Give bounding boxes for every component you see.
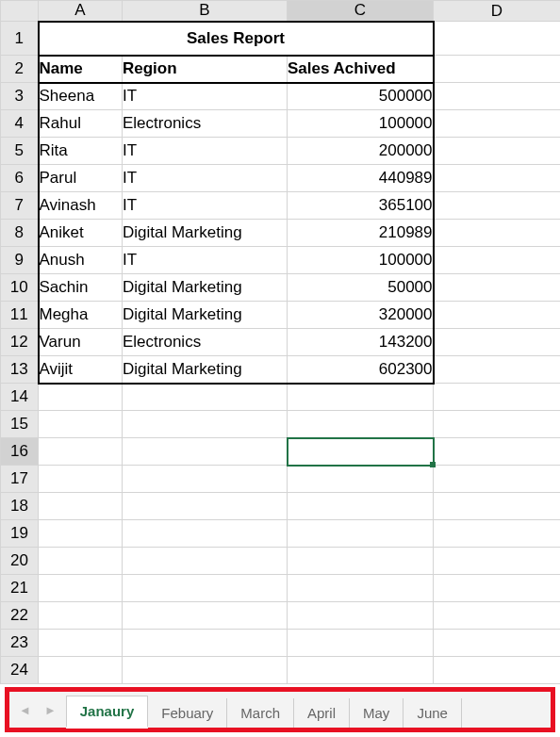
column-header-D[interactable]: D <box>434 1 561 22</box>
cell-name[interactable]: Parul <box>39 165 123 192</box>
row-header-14[interactable]: 14 <box>1 384 39 411</box>
row-header-24[interactable]: 24 <box>1 657 39 684</box>
report-title[interactable]: Sales Report <box>39 22 434 56</box>
row-header-20[interactable]: 20 <box>1 548 39 575</box>
cell-empty[interactable] <box>434 220 561 247</box>
row-header-12[interactable]: 12 <box>1 329 39 356</box>
sheet-tab-april[interactable]: April <box>294 698 350 728</box>
cell-region[interactable]: Electronics <box>123 110 288 138</box>
cell-empty[interactable] <box>39 384 123 411</box>
cell-empty[interactable] <box>123 602 288 630</box>
cell-empty[interactable] <box>288 466 434 493</box>
cell-sales[interactable]: 50000 <box>288 274 434 302</box>
row-header-3[interactable]: 3 <box>1 83 39 110</box>
cell-empty[interactable] <box>123 657 288 684</box>
cell-sales[interactable]: 365100 <box>288 192 434 220</box>
cell-empty[interactable] <box>123 630 288 657</box>
cell-region[interactable]: Digital Marketing <box>123 220 288 247</box>
cell-empty[interactable] <box>288 411 434 438</box>
select-all-corner[interactable] <box>1 1 39 22</box>
row-header-5[interactable]: 5 <box>1 138 39 165</box>
cell-empty[interactable] <box>39 520 123 548</box>
cell-empty[interactable] <box>434 356 561 384</box>
cell-sales[interactable]: 602300 <box>288 356 434 384</box>
cell-name[interactable]: Anush <box>39 247 123 274</box>
cell-empty[interactable] <box>434 329 561 356</box>
row-header-6[interactable]: 6 <box>1 165 39 192</box>
row-header-18[interactable]: 18 <box>1 493 39 520</box>
cell-empty[interactable] <box>434 384 561 411</box>
row-header-15[interactable]: 15 <box>1 411 39 438</box>
cell-empty[interactable] <box>39 466 123 493</box>
cell-name[interactable]: Sachin <box>39 274 123 302</box>
cell-sales[interactable]: 100000 <box>288 110 434 138</box>
cell-empty[interactable] <box>434 274 561 302</box>
cell-empty[interactable] <box>434 192 561 220</box>
sheet-tab-february[interactable]: Febuary <box>148 698 227 728</box>
cell-D1[interactable] <box>434 22 561 56</box>
cell-empty[interactable] <box>434 493 561 520</box>
header-sales[interactable]: Sales Achived <box>288 56 434 83</box>
row-header-1[interactable]: 1 <box>1 22 39 56</box>
sheet-next-icon[interactable]: ► <box>44 703 57 717</box>
cell-empty[interactable] <box>434 138 561 165</box>
row-header-2[interactable]: 2 <box>1 56 39 83</box>
row-header-17[interactable]: 17 <box>1 466 39 493</box>
cell-empty[interactable] <box>123 575 288 602</box>
cell-empty[interactable] <box>123 384 288 411</box>
cell-empty[interactable] <box>288 493 434 520</box>
cell-region[interactable]: IT <box>123 165 288 192</box>
cell-name[interactable]: Avinash <box>39 192 123 220</box>
cell-region[interactable]: Digital Marketing <box>123 274 288 302</box>
sheet-tab-march[interactable]: March <box>227 698 294 728</box>
sheet-tab-may[interactable]: May <box>350 698 404 728</box>
cell-empty[interactable] <box>288 602 434 630</box>
cell-region[interactable]: Digital Marketing <box>123 302 288 329</box>
row-header-22[interactable]: 22 <box>1 602 39 630</box>
sheet-tab-january[interactable]: Janaury <box>66 696 149 729</box>
column-header-B[interactable]: B <box>123 1 288 22</box>
cell-empty[interactable] <box>434 548 561 575</box>
header-name[interactable]: Name <box>39 56 123 83</box>
cell-empty[interactable] <box>123 438 288 466</box>
row-header-16[interactable]: 16 <box>1 438 39 466</box>
spreadsheet-grid[interactable]: A B C D 1 Sales Report 2 Name Region Sal… <box>0 0 560 684</box>
cell-empty[interactable] <box>288 575 434 602</box>
cell-empty[interactable] <box>123 411 288 438</box>
cell-empty[interactable] <box>434 657 561 684</box>
row-header-7[interactable]: 7 <box>1 192 39 220</box>
row-header-19[interactable]: 19 <box>1 520 39 548</box>
cell-name[interactable]: Rita <box>39 138 123 165</box>
cell-region[interactable]: Electronics <box>123 329 288 356</box>
cell-empty[interactable] <box>123 466 288 493</box>
column-header-A[interactable]: A <box>39 1 123 22</box>
cell-empty[interactable] <box>39 493 123 520</box>
cell-sales[interactable]: 143200 <box>288 329 434 356</box>
cell-empty[interactable] <box>288 520 434 548</box>
sheet-tab-june[interactable]: June <box>404 698 462 728</box>
cell-empty[interactable] <box>434 575 561 602</box>
cell-name[interactable]: Rahul <box>39 110 123 138</box>
cell-empty[interactable] <box>123 493 288 520</box>
cell-D2[interactable] <box>434 56 561 83</box>
header-region[interactable]: Region <box>123 56 288 83</box>
column-header-C[interactable]: C <box>288 1 434 22</box>
cell-sales[interactable]: 210989 <box>288 220 434 247</box>
row-header-21[interactable]: 21 <box>1 575 39 602</box>
cell-empty[interactable] <box>434 247 561 274</box>
cell-empty[interactable] <box>434 165 561 192</box>
cell-name[interactable]: Avijit <box>39 356 123 384</box>
cell-empty[interactable] <box>434 411 561 438</box>
row-header-8[interactable]: 8 <box>1 220 39 247</box>
cell-empty[interactable] <box>434 83 561 110</box>
cell-empty[interactable] <box>434 466 561 493</box>
cell-empty[interactable] <box>434 602 561 630</box>
cell-sales[interactable]: 320000 <box>288 302 434 329</box>
row-header-4[interactable]: 4 <box>1 110 39 138</box>
cell-empty[interactable] <box>434 630 561 657</box>
cell-name[interactable]: Megha <box>39 302 123 329</box>
cell-empty[interactable] <box>123 548 288 575</box>
cell-region[interactable]: IT <box>123 247 288 274</box>
cell-empty[interactable] <box>39 602 123 630</box>
cell-empty[interactable] <box>288 384 434 411</box>
